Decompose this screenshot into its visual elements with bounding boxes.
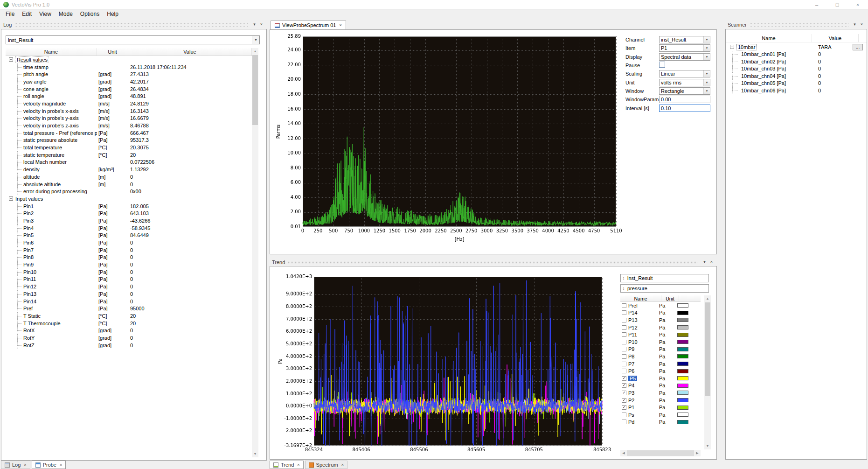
- log-table-row[interactable]: cone angle[grad]26.4834: [6, 85, 252, 93]
- scroll-left-icon[interactable]: ◀: [620, 450, 627, 456]
- log-table-row[interactable]: static pressure absolute[Pa]95317.3: [6, 137, 252, 144]
- scroll-up-icon[interactable]: ▲: [704, 295, 711, 302]
- column-header-name[interactable]: Name: [6, 48, 97, 56]
- legend-row-p7[interactable]: P7Pa: [620, 360, 701, 368]
- log-table-row[interactable]: density[kg/m³]1.13292: [6, 166, 252, 173]
- log-table-row[interactable]: Pref[Pa]95000: [6, 305, 252, 312]
- log-table-row[interactable]: total pressure - Pref (reference pres[Pa…: [6, 129, 252, 137]
- legend-color-swatch[interactable]: [677, 333, 688, 337]
- log-table-row[interactable]: T Static[°C]20: [6, 312, 252, 320]
- pref-visibility-checkbox[interactable]: [622, 303, 626, 308]
- legend-scrollbar-vertical[interactable]: ▲ ▼: [704, 295, 711, 449]
- scaling-select[interactable]: Linear▾: [659, 70, 710, 77]
- legend-channel-select[interactable]: ↕ inst_Result: [620, 274, 709, 282]
- legend-row-p14[interactable]: P14Pa: [620, 309, 701, 317]
- log-table-row[interactable]: static temperature[°C]20: [6, 151, 252, 159]
- log-table-row[interactable]: Pin4[Pa]-58.9345: [6, 224, 252, 232]
- legend-color-swatch[interactable]: [677, 362, 688, 366]
- item-select[interactable]: P1▾: [659, 44, 710, 52]
- legend-row-p12[interactable]: P12Pa: [620, 324, 701, 331]
- log-channel-combobox[interactable]: inst_Result ▾: [6, 35, 260, 44]
- legend-color-swatch[interactable]: [677, 384, 688, 388]
- spin-icon[interactable]: ↕: [621, 286, 626, 291]
- scroll-down-icon[interactable]: ▼: [704, 443, 711, 449]
- minimize-button[interactable]: –: [806, 0, 827, 9]
- tree-row[interactable]: 10mbar_chn04 [Pa]0: [726, 72, 867, 80]
- p6-visibility-checkbox[interactable]: [622, 369, 626, 373]
- legend-color-swatch[interactable]: [677, 340, 688, 344]
- legend-row-p2[interactable]: ✓P2Pa: [620, 397, 701, 404]
- legend-color-swatch[interactable]: [677, 376, 688, 380]
- tab-close-icon[interactable]: ×: [297, 462, 299, 467]
- pause-checkbox[interactable]: [659, 62, 665, 68]
- menu-item-edit[interactable]: Edit: [18, 9, 35, 19]
- menu-item-help[interactable]: Help: [103, 9, 122, 19]
- scroll-thumb[interactable]: [627, 450, 694, 456]
- panel-menu-icon[interactable]: ▾: [701, 258, 708, 266]
- menu-item-options[interactable]: Options: [76, 9, 103, 19]
- legend-color-swatch[interactable]: [677, 325, 688, 329]
- log-table-row[interactable]: time stamp26.11.2018 17:06:11.234: [6, 63, 252, 71]
- panel-close-icon[interactable]: ×: [258, 20, 265, 29]
- log-table-row[interactable]: Pin8[Pa]0: [6, 254, 252, 261]
- legend-color-swatch[interactable]: [677, 398, 688, 402]
- chevron-down-icon[interactable]: ▾: [703, 79, 710, 86]
- log-table-row[interactable]: pitch angle[grad]27.4313: [6, 70, 252, 78]
- chevron-down-icon[interactable]: ▾: [703, 36, 710, 43]
- tab-log[interactable]: Log ×: [1, 461, 30, 469]
- spectrum-chart-canvas[interactable]: [273, 33, 623, 247]
- log-table-row[interactable]: Pin2[Pa]643.103: [6, 210, 252, 217]
- log-table-row[interactable]: velocity magnitude[m/s]24.8129: [6, 100, 252, 107]
- log-table-row[interactable]: absolute altitude[m]0: [6, 181, 252, 188]
- legend-row-pd[interactable]: PdPa: [620, 419, 701, 426]
- panel-menu-icon[interactable]: ▾: [851, 20, 858, 29]
- scanner-column-name[interactable]: Name: [726, 34, 812, 42]
- tab-viewprobespectrum[interactable]: ViewProbeSpectrum 01 ×: [271, 21, 346, 29]
- log-table-row[interactable]: velocity in probe's z-axis[m/s]8.46788: [6, 122, 252, 129]
- log-table-row[interactable]: Pin14[Pa]0: [6, 298, 252, 305]
- p13-visibility-checkbox[interactable]: [622, 318, 626, 322]
- legend-row-p8[interactable]: P8Pa: [620, 353, 701, 360]
- log-table-row[interactable]: RotX[grad]0: [6, 327, 252, 334]
- log-table-row[interactable]: roll angle[grad]48.891: [6, 92, 252, 100]
- scanner-column-value[interactable]: Value: [812, 34, 859, 42]
- log-table-row[interactable]: T Thermocouple[°C]20: [6, 320, 252, 327]
- log-table-row[interactable]: RotZ[grad]0: [6, 342, 252, 349]
- column-header-value[interactable]: Value: [128, 48, 252, 56]
- log-scrollbar[interactable]: ▲ ▼: [252, 48, 258, 457]
- log-table-row[interactable]: Pin6[Pa]0: [6, 239, 252, 246]
- tree-row[interactable]: 10mbar_chn05 [Pa]0: [726, 80, 867, 87]
- legend-row-p5[interactable]: ✓P5Pa: [620, 375, 701, 382]
- tab-trend[interactable]: Trend ×: [270, 461, 304, 469]
- legend-column-unit[interactable]: Unit: [661, 295, 679, 302]
- p12-visibility-checkbox[interactable]: [622, 325, 626, 330]
- p9-visibility-checkbox[interactable]: [622, 347, 626, 351]
- legend-color-swatch[interactable]: [677, 369, 688, 373]
- scroll-up-icon[interactable]: ▲: [252, 48, 258, 55]
- log-table-row[interactable]: error during post processing0x00: [6, 188, 252, 195]
- channel-select[interactable]: inst_Result▾: [659, 36, 710, 43]
- legend-row-p6[interactable]: P6Pa: [620, 367, 701, 375]
- chevron-down-icon[interactable]: ▾: [703, 70, 710, 77]
- panel-close-icon[interactable]: ×: [708, 258, 715, 266]
- tree-row[interactable]: 10mbar_chn01 [Pa]0: [726, 51, 867, 58]
- legend-color-swatch[interactable]: [677, 347, 688, 351]
- collapse-expander-icon[interactable]: −: [730, 45, 734, 49]
- legend-scrollbar-horizontal[interactable]: ◀ ▶: [620, 450, 701, 456]
- collapse-expander-icon[interactable]: −: [9, 57, 13, 62]
- log-table-row[interactable]: Pin3[Pa]-43.6266: [6, 217, 252, 224]
- tab-close-icon[interactable]: ×: [339, 23, 341, 28]
- pd-visibility-checkbox[interactable]: [622, 420, 626, 424]
- chevron-down-icon[interactable]: ▾: [703, 88, 710, 94]
- panel-close-icon[interactable]: ×: [858, 20, 865, 29]
- p7-visibility-checkbox[interactable]: [622, 362, 626, 366]
- legend-row-p1[interactable]: ✓P1Pa: [620, 404, 701, 411]
- legend-row-p13[interactable]: P13Pa: [620, 316, 701, 324]
- p3-visibility-checkbox[interactable]: ✓: [622, 391, 626, 395]
- p11-visibility-checkbox[interactable]: [622, 332, 626, 337]
- p8-visibility-checkbox[interactable]: [622, 354, 626, 359]
- legend-row-p4[interactable]: ✓P4Pa: [620, 382, 701, 390]
- scroll-thumb[interactable]: [705, 302, 710, 396]
- chevron-down-icon[interactable]: ▾: [703, 54, 710, 60]
- spin-icon[interactable]: ↕: [621, 276, 626, 280]
